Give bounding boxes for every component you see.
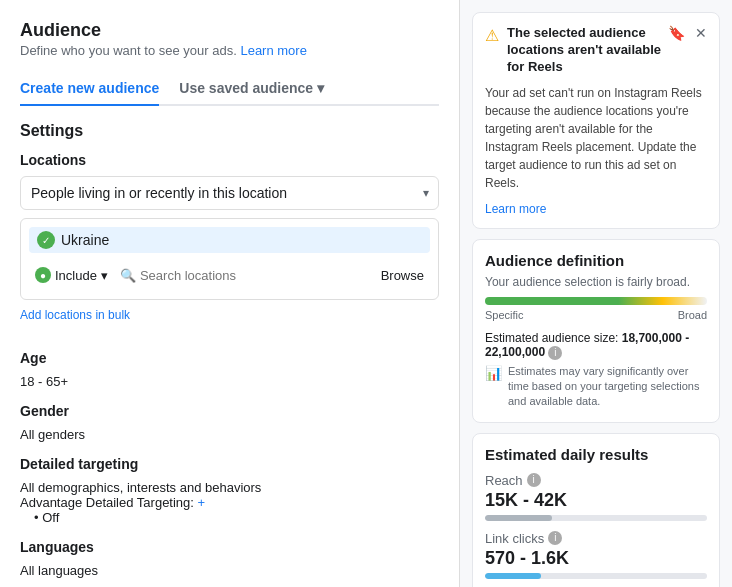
link-clicks-bar: [485, 573, 707, 579]
settings-section-label: Settings: [20, 122, 439, 140]
estimate-note: 📊 Estimates may vary significantly over …: [485, 364, 707, 410]
location-type-select[interactable]: People living in or recently in this loc…: [20, 176, 439, 210]
search-locations-input[interactable]: [140, 268, 369, 283]
location-box: ✓ Ukraine ● Include ▾ 🔍 Browse: [20, 218, 439, 300]
location-search-bar: ● Include ▾ 🔍 Browse: [29, 259, 430, 291]
locations-label: Locations: [20, 152, 439, 168]
gender-section: Gender All genders: [20, 403, 439, 442]
add-locations-bulk-link[interactable]: Add locations in bulk: [20, 308, 130, 322]
tab-use-saved-audience[interactable]: Use saved audience ▾: [179, 72, 324, 104]
daily-results-box: Estimated daily results Reach i 15K - 42…: [472, 433, 720, 587]
ukraine-flag-icon: ✓: [37, 231, 55, 249]
right-panel: ⚠ The selected audience locations aren't…: [460, 0, 732, 587]
warning-box: ⚠ The selected audience locations aren't…: [472, 12, 720, 229]
chevron-down-icon: ▾: [317, 80, 324, 96]
info-icon[interactable]: i: [548, 346, 562, 360]
audience-broad-text: Your audience selection is fairly broad.: [485, 275, 707, 289]
spectrum-labels: Specific Broad: [485, 309, 707, 321]
reach-metric-row: Reach i 15K - 42K: [485, 473, 707, 521]
gender-value: All genders: [20, 427, 439, 442]
learn-more-link[interactable]: Learn more: [240, 43, 306, 58]
close-button[interactable]: ✕: [693, 23, 709, 43]
include-icon: ●: [35, 267, 51, 283]
advantage-targeting-label: Advantage Detailed Targeting: +: [20, 495, 439, 510]
include-button[interactable]: ● Include ▾: [29, 263, 114, 287]
link-clicks-label: Link clicks i: [485, 531, 707, 546]
browse-button[interactable]: Browse: [375, 264, 430, 287]
estimated-audience-size: Estimated audience size: 18,700,000 - 22…: [485, 331, 707, 360]
reach-bar-fill: [485, 515, 552, 521]
reach-value: 15K - 42K: [485, 490, 707, 511]
broad-label: Broad: [678, 309, 707, 321]
audience-definition-box: Audience definition Your audience select…: [472, 239, 720, 423]
age-label: Age: [20, 350, 439, 366]
location-type-wrapper: People living in or recently in this loc…: [20, 176, 439, 210]
page-subtitle: Define who you want to see your ads. Lea…: [20, 43, 439, 58]
chevron-down-icon: ▾: [101, 268, 108, 283]
age-value: 18 - 65+: [20, 374, 439, 389]
link-clicks-info-icon[interactable]: i: [548, 531, 562, 545]
warning-body: Your ad set can't run on Instagram Reels…: [485, 84, 707, 192]
page-title: Audience: [20, 20, 439, 41]
bookmark-icon-button[interactable]: 🔖: [666, 23, 687, 43]
link-clicks-bar-fill: [485, 573, 541, 579]
tab-create-new-audience[interactable]: Create new audience: [20, 72, 159, 104]
specific-label: Specific: [485, 309, 524, 321]
warning-title: The selected audience locations aren't a…: [507, 25, 671, 76]
location-tag-ukraine: ✓ Ukraine: [29, 227, 430, 253]
search-icon: 🔍: [120, 268, 136, 283]
advantage-off-value: • Off: [20, 510, 439, 525]
age-section: Age 18 - 65+: [20, 350, 439, 389]
locations-section: Locations People living in or recently i…: [20, 152, 439, 336]
reach-info-icon[interactable]: i: [527, 473, 541, 487]
languages-section: Languages All languages: [20, 539, 439, 578]
warning-actions: 🔖 ✕: [666, 23, 709, 43]
advantage-plus-icon: +: [198, 495, 206, 510]
languages-label: Languages: [20, 539, 439, 555]
audience-spectrum-bar: [485, 297, 707, 305]
detailed-targeting-label: Detailed targeting: [20, 456, 439, 472]
warning-icon: ⚠: [485, 26, 499, 45]
warning-learn-more-link[interactable]: Learn more: [485, 202, 546, 216]
detailed-targeting-value: All demographics, interests and behavior…: [20, 480, 439, 495]
languages-value: All languages: [20, 563, 439, 578]
audience-def-title: Audience definition: [485, 252, 707, 269]
link-clicks-metric-row: Link clicks i 570 - 1.6K: [485, 531, 707, 579]
detailed-targeting-section: Detailed targeting All demographics, int…: [20, 456, 439, 525]
reach-label: Reach i: [485, 473, 707, 488]
gender-label: Gender: [20, 403, 439, 419]
chart-icon: 📊: [485, 364, 502, 384]
tabs-container: Create new audience Use saved audience ▾: [20, 72, 439, 106]
link-clicks-value: 570 - 1.6K: [485, 548, 707, 569]
left-panel: Audience Define who you want to see your…: [0, 0, 460, 587]
reach-bar: [485, 515, 707, 521]
daily-results-title: Estimated daily results: [485, 446, 707, 463]
search-input-wrapper: 🔍: [120, 268, 369, 283]
